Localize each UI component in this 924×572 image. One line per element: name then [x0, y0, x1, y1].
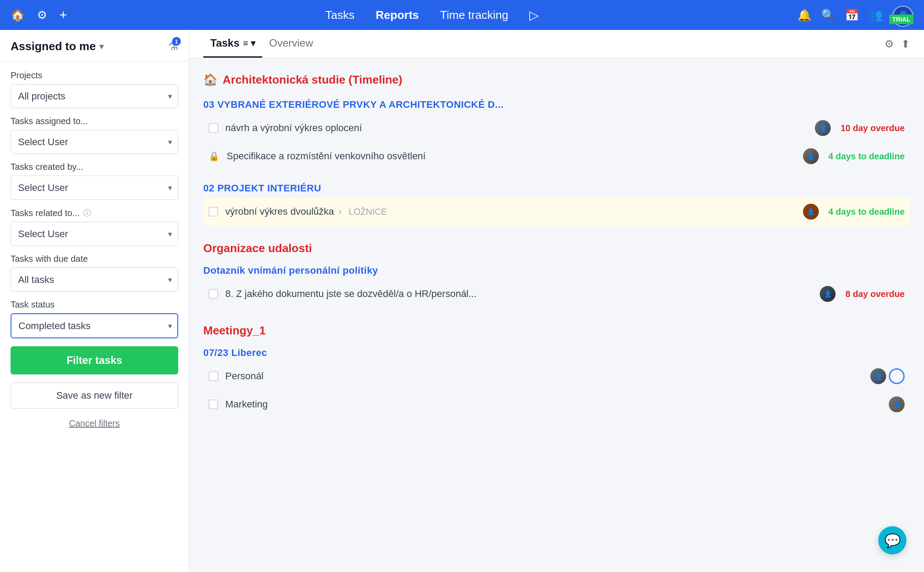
tasks-created-select[interactable]: Select User: [11, 176, 178, 200]
tab-overview-label: Overview: [269, 37, 313, 49]
projects-group: Projects All projects: [11, 70, 178, 108]
projects-select[interactable]: All projects: [11, 84, 178, 108]
user-avatar-wrap[interactable]: 👤 TRIAL: [892, 6, 913, 24]
tasks-created-select-wrap: Select User: [11, 176, 178, 200]
tasks-assigned-select-wrap: Select User: [11, 130, 178, 154]
avatar-circle-blue: [889, 368, 905, 384]
task-assignee: 👤 8 day overdue: [820, 286, 905, 302]
task-name: návrh a výrobní výkres oplocení: [225, 122, 808, 134]
trial-badge: TRIAL: [889, 15, 913, 24]
task-name: výrobní výkres dvoulůžka › LOŽNICE: [225, 206, 796, 217]
tasks-assigned-select[interactable]: Select User: [11, 130, 178, 154]
filter-icon-wrap[interactable]: ⚗ 1: [168, 40, 178, 53]
task-list: 🏠 Architektonická studie (Timeline) 03 V…: [189, 58, 924, 572]
display-settings-icon[interactable]: ⚙: [884, 38, 894, 50]
home-icon[interactable]: 🏠: [11, 8, 25, 22]
tab-overview[interactable]: Overview: [262, 30, 320, 58]
project-name: Architektonická studie (Timeline): [223, 73, 402, 87]
tasks-assigned-label: Tasks assigned to...: [11, 116, 178, 126]
task-item-highlighted: výrobní výkres dvoulůžka › LOŽNICE 👤 4 d…: [203, 198, 910, 226]
arrow-icon: ›: [338, 206, 344, 217]
task-item: 🔒 Specifikace a rozmístění venkovního os…: [203, 142, 910, 170]
tab-tasks-label: Tasks: [210, 37, 239, 49]
sidebar: Assigned to me ▾ ⚗ 1 Projects All projec…: [0, 30, 189, 572]
content-actions: ⚙ ⬆: [884, 38, 910, 50]
task-name: Marketing: [225, 399, 882, 410]
filter-tasks-button[interactable]: Filter tasks: [11, 346, 178, 374]
tasks-related-select[interactable]: Select User: [11, 222, 178, 246]
section-dotaznik: Dotazník vnímání personální politiky: [203, 260, 910, 280]
task-name: 8. Z jakého dokumentu jste se dozvěděl/a…: [225, 288, 813, 300]
avatar-person1: 👤: [815, 120, 831, 136]
tasks-due-select[interactable]: All tasks: [11, 268, 178, 292]
task-name: Personál: [225, 370, 863, 382]
main-layout: Assigned to me ▾ ⚗ 1 Projects All projec…: [0, 30, 924, 572]
nav-reports[interactable]: Reports: [376, 8, 419, 22]
play-icon[interactable]: ▷: [529, 8, 539, 22]
chat-button[interactable]: 💬: [878, 526, 906, 554]
cancel-filters-link[interactable]: Cancel filters: [11, 418, 178, 429]
task-checkbox[interactable]: [209, 289, 218, 299]
task-assignee: 👤 4 days to deadline: [803, 148, 905, 164]
task-deadline-soon: 4 days to deadline: [829, 207, 905, 217]
task-status-select-wrap: Completed tasks: [11, 313, 178, 338]
task-checkbox[interactable]: [209, 123, 218, 133]
task-deadline-soon: 4 days to deadline: [829, 151, 905, 161]
filter-badge: 1: [172, 37, 181, 46]
sidebar-title[interactable]: Assigned to me ▾: [11, 40, 103, 53]
task-status-label: Task status: [11, 300, 178, 310]
lock-icon: 🔒: [209, 151, 220, 161]
task-status-group: Task status Completed tasks: [11, 300, 178, 338]
avatar-person5: 👤: [870, 368, 886, 384]
task-assignee: 👤: [870, 368, 905, 384]
section-07-liberec: 07/23 Liberec: [203, 343, 910, 362]
tab-tasks[interactable]: Tasks ≡ ▾: [203, 30, 262, 58]
task-deadline-overdue: 10 day overdue: [840, 123, 905, 133]
tab-filter-icon: ≡ ▾: [243, 38, 255, 48]
tasks-related-label: Tasks related to...: [11, 208, 80, 218]
avatar-person6: 👤: [889, 396, 905, 412]
project-icon: 🏠: [203, 73, 217, 87]
avatar-person2: 👤: [803, 148, 819, 164]
tasks-assigned-group: Tasks assigned to... Select User: [11, 116, 178, 154]
projects-label: Projects: [11, 70, 178, 81]
task-checkbox[interactable]: [209, 371, 218, 381]
settings-icon[interactable]: ⚙: [37, 8, 47, 22]
sidebar-title-text: Assigned to me: [11, 40, 96, 53]
save-new-filter-button[interactable]: Save as new filter: [11, 382, 178, 409]
bell-icon[interactable]: 🔔: [797, 8, 811, 22]
nav-projects[interactable]: Tasks: [325, 8, 354, 22]
avatar-person4: 👤: [820, 286, 836, 302]
task-assignee: 👤: [889, 396, 905, 412]
tasks-due-label: Tasks with due date: [11, 254, 178, 264]
add-icon[interactable]: +: [59, 7, 67, 22]
calendar-icon[interactable]: 📅: [845, 8, 859, 22]
tasks-due-group: Tasks with due date All tasks: [11, 254, 178, 292]
info-icon: ⓘ: [83, 208, 91, 218]
task-checkbox[interactable]: [209, 207, 218, 216]
task-assignee: 👤 10 day overdue: [815, 120, 905, 136]
tasks-related-select-wrap: Select User: [11, 222, 178, 246]
section-03-vybrane: 03 VYBRANÉ EXTERIÉROVÉ PRVKY A ARCHITEKT…: [203, 95, 910, 114]
sidebar-body: Projects All projects Tasks assigned to.…: [0, 62, 189, 437]
content-area: Tasks ≡ ▾ Overview ⚙ ⬆ 🏠 Architektonická…: [189, 30, 924, 572]
avatar-person3: 👤: [803, 204, 819, 220]
project-organizace: Organizace udalosti: [203, 238, 910, 260]
task-name: Specifikace a rozmístění venkovního osvě…: [227, 150, 796, 162]
task-item: návrh a výrobní výkres oplocení 👤 10 day…: [203, 114, 910, 142]
users-icon[interactable]: 👥: [869, 8, 883, 22]
task-checkbox[interactable]: [209, 400, 218, 409]
content-header: Tasks ≡ ▾ Overview ⚙ ⬆: [189, 30, 924, 58]
tasks-related-label-row: Tasks related to... ⓘ: [11, 208, 178, 218]
project-meetingy: Meetingy_1: [203, 320, 910, 343]
section-02-projekt: 02 PROJEKT INTERIÉRU: [203, 178, 910, 198]
task-status-select[interactable]: Completed tasks: [11, 313, 178, 338]
project-architektonicka: 🏠 Architektonická studie (Timeline): [203, 73, 910, 87]
share-icon[interactable]: ⬆: [901, 38, 910, 50]
chat-icon: 💬: [884, 533, 901, 548]
nav-time-tracking[interactable]: Time tracking: [440, 8, 508, 22]
task-item: 8. Z jakého dokumentu jste se dozvěděl/a…: [203, 280, 910, 308]
search-icon[interactable]: 🔍: [821, 8, 835, 22]
sidebar-header: Assigned to me ▾ ⚗ 1: [0, 30, 189, 62]
chevron-down-icon: ▾: [99, 42, 103, 51]
